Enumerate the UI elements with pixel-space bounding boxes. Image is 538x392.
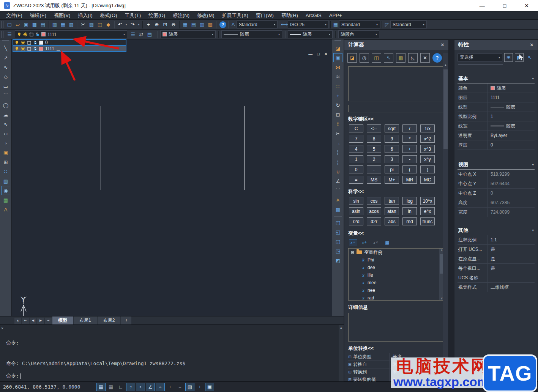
calc-key[interactable]: trunc xyxy=(420,217,435,225)
pan-icon[interactable]: + xyxy=(144,20,153,29)
spline-icon[interactable]: ∿ xyxy=(1,120,10,129)
tree-item[interactable]: k Phi xyxy=(349,256,444,264)
clear-history-icon[interactable]: ◪ xyxy=(347,53,357,63)
command-close-icon[interactable]: ✕ xyxy=(1,326,3,330)
layer-thaw-icon[interactable] xyxy=(21,47,25,51)
extend-icon[interactable]: → xyxy=(333,139,342,148)
calc-key[interactable]: sin xyxy=(349,197,363,205)
scroll-up-icon[interactable]: ▲ xyxy=(443,63,448,67)
close-button[interactable]: ✕ xyxy=(524,3,529,9)
polar-tracking-icon[interactable]: ◔ xyxy=(126,383,135,391)
join-icon[interactable]: ∪ xyxy=(333,167,342,176)
open-file-icon[interactable]: ▱ xyxy=(14,20,22,29)
break-at-point-icon[interactable]: ╎ xyxy=(333,148,342,157)
numpad-section-label[interactable]: 数字键区<< xyxy=(344,112,448,123)
donut-icon[interactable]: ◉ xyxy=(1,186,10,195)
chevron-down-icon[interactable]: ▾ xyxy=(123,33,125,36)
tab-model[interactable]: 模型 xyxy=(52,316,73,325)
table-style-combo[interactable]: Standard ▾ xyxy=(339,20,380,28)
calc-key[interactable]: MS xyxy=(367,176,381,184)
calc-key[interactable]: . xyxy=(367,165,381,173)
calc-key[interactable]: atan xyxy=(385,207,399,215)
layer-vp-freeze-icon[interactable] xyxy=(27,41,31,45)
fullscreen-toggle-icon[interactable]: ▣ xyxy=(205,383,214,391)
dim-style-combo[interactable]: ISO-25 ▾ xyxy=(288,20,329,28)
insert-block-icon[interactable]: ▣ xyxy=(1,148,10,157)
toolbar-grip[interactable] xyxy=(2,21,3,28)
minimize-button[interactable]: — xyxy=(480,3,485,9)
calc-key[interactable]: tan xyxy=(385,197,399,205)
mtext-icon[interactable]: A xyxy=(1,205,10,214)
menu-edit[interactable]: 编辑(E) xyxy=(26,12,50,19)
stretch-icon[interactable]: ↥ xyxy=(333,120,342,129)
object-snap-icon[interactable]: ▫ xyxy=(136,383,145,391)
menu-express-tools[interactable]: 扩展工具(X) xyxy=(218,12,252,19)
delete-variable-icon[interactable]: x× xyxy=(372,239,380,246)
calc-key[interactable]: sqrt xyxy=(385,124,399,132)
tab-layout2[interactable]: 布局2 xyxy=(98,316,121,325)
create-block-icon[interactable]: ⊞ xyxy=(1,157,10,167)
layer-previous-icon[interactable]: ⇄ xyxy=(137,30,145,39)
tab-menu-icon[interactable]: ▲ xyxy=(14,318,21,324)
zoom-realtime-icon[interactable]: ⊕ xyxy=(153,20,161,29)
calc-key[interactable]: = xyxy=(349,176,363,184)
calc-key[interactable]: M+ xyxy=(385,176,399,184)
layer-unlock-icon[interactable] xyxy=(33,41,37,45)
ellipse-icon[interactable]: ○ xyxy=(0,129,13,138)
ortho-toggle-icon[interactable]: ∟ xyxy=(116,383,125,391)
tab-last-icon[interactable]: ⇥ xyxy=(45,318,52,324)
annotation-scale-icon[interactable]: + xyxy=(195,383,204,391)
block-editor-icon[interactable]: ▩ xyxy=(333,205,342,214)
print-preview-icon[interactable]: ▦ xyxy=(59,20,67,29)
properties-close-icon[interactable]: ✕ xyxy=(530,42,534,48)
color-combo[interactable]: 随层 ▾ xyxy=(160,30,216,38)
calc-key[interactable]: C xyxy=(349,124,363,132)
menu-tools[interactable]: 工具(T) xyxy=(121,12,145,19)
save-icon[interactable]: ▣ xyxy=(22,20,30,29)
tree-item[interactable]: x dee xyxy=(349,264,444,271)
calculator-scrollbar[interactable]: ▲ xyxy=(443,53,448,380)
measure-distance-icon[interactable]: ▥ xyxy=(396,53,405,63)
revision-cloud-icon[interactable]: ☁ xyxy=(1,110,10,119)
snap-toggle-icon[interactable]: ▦ xyxy=(96,383,106,391)
mleader-style-combo[interactable]: Standard ▾ xyxy=(390,20,427,28)
zoom-window-icon[interactable]: ⊡ xyxy=(161,20,169,29)
grid-toggle-icon[interactable]: ▦ xyxy=(106,383,115,391)
menu-draw[interactable]: 绘图(D) xyxy=(145,12,169,19)
calc-key[interactable]: x^2 xyxy=(420,135,435,143)
hatch-icon[interactable]: ▨ xyxy=(1,176,10,186)
layer-manager-icon[interactable]: ☰ xyxy=(5,30,14,39)
layer-combo[interactable]: 1111 ▾ xyxy=(15,30,127,38)
properties-palette-icon[interactable]: ▥ xyxy=(198,20,206,29)
calc-key[interactable]: acos xyxy=(367,207,381,215)
menu-file[interactable]: 文件(F) xyxy=(2,12,26,19)
menu-arcgis[interactable]: ArcGIS xyxy=(302,13,325,18)
menu-insert[interactable]: 插入(I) xyxy=(74,12,96,19)
move-icon[interactable]: + xyxy=(333,91,342,100)
toolbar-grip[interactable] xyxy=(2,31,3,38)
layer-vp-freeze-icon[interactable] xyxy=(27,47,31,51)
variables-section-label[interactable]: 变量<< xyxy=(344,227,448,238)
menu-help[interactable]: 帮助(H) xyxy=(278,12,302,19)
print-icon[interactable]: ▥ xyxy=(50,20,59,29)
explode-icon[interactable]: ✳ xyxy=(333,195,342,205)
science-section-label[interactable]: 科学<< xyxy=(344,185,448,196)
selection-combo[interactable]: 无选择 ▾ xyxy=(458,54,502,61)
calc-key[interactable]: 4 xyxy=(349,145,363,153)
calc-key[interactable]: 1/x xyxy=(420,124,435,132)
calc-key[interactable]: rnd xyxy=(402,217,417,225)
mirror-icon[interactable]: ⋈ xyxy=(333,63,342,72)
menu-modify[interactable]: 修改(M) xyxy=(193,12,218,19)
variable-calculator-icon[interactable]: ▦ xyxy=(383,239,391,246)
calc-key[interactable]: * xyxy=(402,135,417,143)
dynamic-ucs-icon[interactable]: ⌁ xyxy=(156,383,165,391)
drawing-canvas[interactable]: — □ ✕ Y X xyxy=(11,39,332,316)
new-file-icon[interactable]: ▢ xyxy=(5,20,14,29)
layer-unlock-icon[interactable] xyxy=(33,47,37,51)
toggle-pickadd-icon[interactable]: ⊞ xyxy=(504,53,513,62)
calc-key[interactable]: 7 xyxy=(349,135,363,143)
erase-icon[interactable]: ◪ xyxy=(333,44,342,53)
draw-order-icon[interactable]: ◩ xyxy=(333,256,342,265)
redo-icon[interactable]: ↷ xyxy=(128,20,137,29)
tool-palettes-icon[interactable]: ▨ xyxy=(206,20,215,29)
